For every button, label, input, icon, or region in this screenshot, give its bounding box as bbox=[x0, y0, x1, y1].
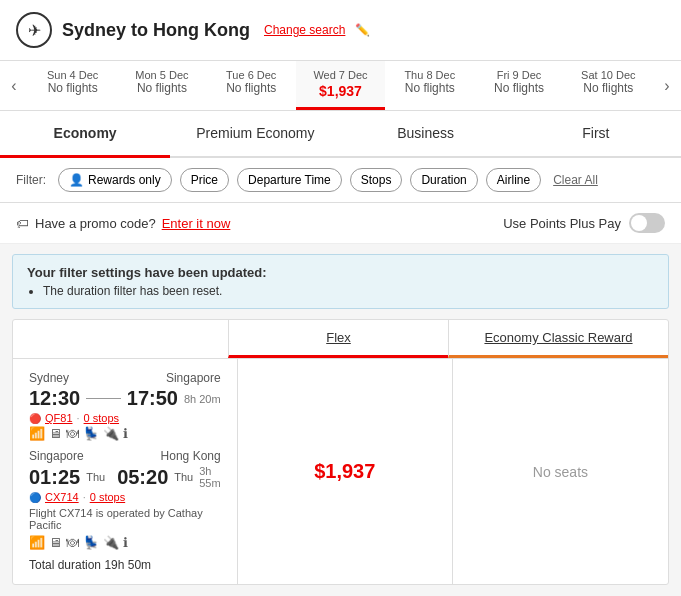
segment-2-times: 01:25 Thu 05:20 Thu 3h 55m bbox=[29, 465, 221, 489]
filter-btn-price[interactable]: Price bbox=[180, 168, 229, 192]
filter-btn-airline[interactable]: Airline bbox=[486, 168, 541, 192]
seg2-stops-sep: · bbox=[83, 491, 86, 503]
tab-first[interactable]: First bbox=[511, 111, 681, 158]
segment-2-cities: Singapore Hong Kong bbox=[29, 449, 221, 463]
date-label: Sun 4 Dec bbox=[32, 69, 113, 81]
seg1-origin: Sydney bbox=[29, 371, 69, 385]
seat-icon: 💺 bbox=[83, 426, 99, 441]
seg1-amenities: 📶 🖥 🍽 💺 🔌 ℹ bbox=[29, 426, 221, 441]
seg2-arrive-time: 05:20 bbox=[117, 466, 168, 489]
filter-btn-departure-time[interactable]: Departure Time bbox=[237, 168, 342, 192]
change-search-link[interactable]: Change search bbox=[264, 23, 345, 37]
seg2-wifi-icon: 📶 bbox=[29, 535, 45, 550]
seg2-origin: Singapore bbox=[29, 449, 84, 463]
seg1-meta: 🔴 QF81 · 0 stops bbox=[29, 412, 221, 424]
seg2-amenities: 📶 🖥 🍽 💺 🔌 ℹ bbox=[29, 535, 221, 550]
seg2-depart-day: Thu bbox=[86, 471, 105, 483]
seg1-stops-sep: · bbox=[77, 412, 80, 424]
promo-enter-link[interactable]: Enter it now bbox=[162, 216, 231, 231]
promo-right: Use Points Plus Pay bbox=[503, 213, 665, 233]
flex-col-header: Flex bbox=[228, 320, 448, 358]
seg2-destination: Hong Kong bbox=[161, 449, 221, 463]
date-item-6[interactable]: Sat 10 Dec No flights bbox=[564, 61, 653, 110]
page-header: ✈ Sydney to Hong Kong Change search ✏️ bbox=[0, 0, 681, 61]
cx-logo: 🔵 bbox=[29, 492, 41, 503]
segment-1-times: 12:30 17:50 8h 20m bbox=[29, 387, 221, 410]
seg1-flight-num[interactable]: QF81 bbox=[45, 412, 73, 424]
segment-2: Singapore Hong Kong 01:25 Thu 05:20 Thu … bbox=[29, 449, 221, 550]
filter-btn-stops[interactable]: Stops bbox=[350, 168, 403, 192]
date-price: No flights bbox=[32, 81, 113, 95]
date-item-3[interactable]: Wed 7 Dec $1,937 bbox=[296, 61, 385, 110]
date-label: Sat 10 Dec bbox=[568, 69, 649, 81]
promo-text: Have a promo code? bbox=[35, 216, 156, 231]
info-banner: Your filter settings have been updated: … bbox=[12, 254, 669, 309]
date-label: Wed 7 Dec bbox=[300, 69, 381, 81]
date-price: No flights bbox=[478, 81, 559, 95]
flex-price-button[interactable]: $1,937 bbox=[314, 460, 375, 483]
clear-all-link[interactable]: Clear All bbox=[553, 173, 598, 187]
seg2-screen-icon: 🖥 bbox=[49, 535, 62, 550]
seg2-info-icon: ℹ bbox=[123, 535, 128, 550]
operated-by-text: Flight CX714 is operated by Cathay Pacif… bbox=[29, 507, 221, 531]
date-item-0[interactable]: Sun 4 Dec No flights bbox=[28, 61, 117, 110]
results-header: Flex Economy Classic Reward bbox=[13, 320, 668, 359]
flight-row: Sydney Singapore 12:30 17:50 8h 20m 🔴 QF… bbox=[13, 359, 668, 584]
date-price: No flights bbox=[568, 81, 649, 95]
segment-1: Sydney Singapore 12:30 17:50 8h 20m 🔴 QF… bbox=[29, 371, 221, 441]
filter-icon: 👤 bbox=[69, 173, 84, 187]
seg2-power-icon: 🔌 bbox=[103, 535, 119, 550]
next-date-arrow[interactable]: › bbox=[653, 67, 681, 105]
filter-btn-rewards-only[interactable]: 👤 Rewards only bbox=[58, 168, 172, 192]
date-label: Mon 5 Dec bbox=[121, 69, 202, 81]
seg1-depart-time: 12:30 bbox=[29, 387, 80, 410]
date-label: Thu 8 Dec bbox=[389, 69, 470, 81]
seg2-duration: 3h 55m bbox=[199, 465, 220, 489]
points-plus-pay-toggle[interactable] bbox=[629, 213, 665, 233]
segment-1-cities: Sydney Singapore bbox=[29, 371, 221, 385]
tab-economy[interactable]: Economy bbox=[0, 111, 170, 158]
date-item-2[interactable]: Tue 6 Dec No flights bbox=[207, 61, 296, 110]
date-item-5[interactable]: Fri 9 Dec No flights bbox=[474, 61, 563, 110]
date-item-4[interactable]: Thu 8 Dec No flights bbox=[385, 61, 474, 110]
filters-bar: Filter: 👤 Rewards onlyPriceDeparture Tim… bbox=[0, 158, 681, 203]
wifi-icon: 📶 bbox=[29, 426, 45, 441]
date-item-1[interactable]: Mon 5 Dec No flights bbox=[117, 61, 206, 110]
flight-details: Sydney Singapore 12:30 17:50 8h 20m 🔴 QF… bbox=[13, 359, 238, 584]
seg2-meal-icon: 🍽 bbox=[66, 535, 79, 550]
screen-icon: 🖥 bbox=[49, 426, 62, 441]
date-label: Fri 9 Dec bbox=[478, 69, 559, 81]
points-plus-pay-label: Use Points Plus Pay bbox=[503, 216, 621, 231]
route-title: Sydney to Hong Kong bbox=[62, 20, 250, 41]
date-price: No flights bbox=[121, 81, 202, 95]
qf-logo: 🔴 bbox=[29, 413, 41, 424]
filter-label: Filter: bbox=[16, 173, 46, 187]
date-label: Tue 6 Dec bbox=[211, 69, 292, 81]
seg2-seat-icon: 💺 bbox=[83, 535, 99, 550]
promo-bar: 🏷 Have a promo code? Enter it now Use Po… bbox=[0, 203, 681, 244]
date-price: No flights bbox=[389, 81, 470, 95]
info-banner-item: The duration filter has been reset. bbox=[43, 284, 654, 298]
flight-col-header bbox=[13, 320, 228, 358]
filter-btn-duration[interactable]: Duration bbox=[410, 168, 477, 192]
reward-seats-col: No seats bbox=[453, 359, 668, 584]
tab-premium-economy[interactable]: Premium Economy bbox=[170, 111, 340, 158]
seg2-meta: 🔵 CX714 · 0 stops bbox=[29, 491, 221, 503]
seg2-flight-num[interactable]: CX714 bbox=[45, 491, 79, 503]
reward-label[interactable]: Economy Classic Reward bbox=[484, 330, 632, 345]
tab-business[interactable]: Business bbox=[341, 111, 511, 158]
seg1-stops[interactable]: 0 stops bbox=[84, 412, 119, 424]
total-duration: Total duration 19h 50m bbox=[29, 558, 221, 572]
flex-label[interactable]: Flex bbox=[326, 330, 351, 345]
info-banner-title: Your filter settings have been updated: bbox=[27, 265, 267, 280]
no-seats-text: No seats bbox=[533, 464, 588, 480]
power-icon: 🔌 bbox=[103, 426, 119, 441]
flex-price-col: $1,937 bbox=[238, 359, 453, 584]
date-price: $1,937 bbox=[300, 83, 381, 99]
promo-left: 🏷 Have a promo code? Enter it now bbox=[16, 216, 230, 231]
prev-date-arrow[interactable]: ‹ bbox=[0, 67, 28, 105]
seg1-line bbox=[86, 398, 121, 399]
seg2-stops[interactable]: 0 stops bbox=[90, 491, 125, 503]
seg2-arrive-day: Thu bbox=[174, 471, 193, 483]
airline-logo: ✈ bbox=[16, 12, 52, 48]
